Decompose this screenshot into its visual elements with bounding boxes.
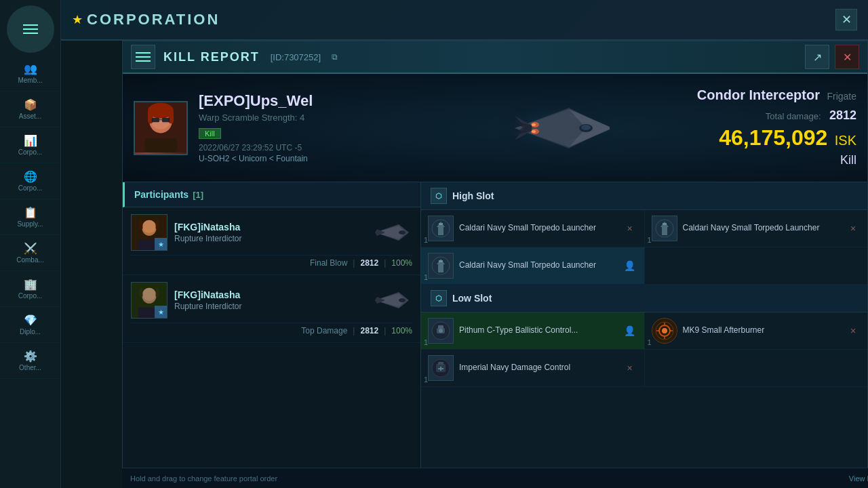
participant-2-ship: Rupture Interdictor: [174, 302, 241, 311]
sidebar-item-other[interactable]: ⚙️ Other...: [0, 343, 60, 379]
participant-2-damage: 2812: [360, 326, 378, 336]
participant-card-2[interactable]: ★ [FKG]iNatasha Rupture Interdictor: [123, 275, 420, 343]
participant-1-info: [FKG]iNatasha Rupture Interdictor: [174, 222, 241, 243]
svg-point-44: [399, 298, 406, 302]
sidebar-item-diplo[interactable]: 💎 Diplo...: [0, 307, 60, 343]
equip-icon-ls2l: [428, 355, 454, 381]
kr-close-button[interactable]: ✕: [835, 45, 859, 69]
svg-rect-56: [438, 325, 443, 329]
equipment-panel: ⬡ High Slot 1 Caldar: [421, 182, 867, 482]
svg-rect-50: [663, 223, 667, 225]
high-slot-row-1: 1 Caldari Navy Small Torpedo Launcher ×: [421, 210, 867, 247]
isk-label: ISK: [835, 133, 856, 148]
equip-icon-hs1l: [428, 216, 454, 241]
pilot-avatar-image: [135, 102, 186, 154]
equip-icon-hs1r: [652, 216, 677, 241]
participant-2-info: [FKG]iNatasha Rupture Interdictor: [174, 289, 241, 311]
svg-rect-53: [439, 260, 443, 262]
total-damage-label: Total damage:: [766, 111, 821, 121]
kr-header-actions: ↗ ✕: [805, 45, 859, 69]
equip-remove-hs1r[interactable]: ×: [846, 221, 861, 236]
equip-remove-hs1l[interactable]: ×: [623, 221, 637, 236]
equip-icon-ls1l: [428, 318, 454, 344]
participant-1-ship-img: [372, 219, 412, 246]
copy-icon[interactable]: ⧉: [332, 52, 338, 62]
svg-rect-6: [152, 117, 159, 122]
sidebar-item-assets[interactable]: 📦 Asset...: [0, 92, 60, 127]
participant-1-star-badge: ★: [155, 238, 167, 250]
sidebar-item-supply[interactable]: 📋 Supply...: [0, 199, 60, 235]
supply-icon: 📋: [24, 206, 37, 219]
svg-rect-9: [144, 138, 177, 152]
assets-icon: 📦: [24, 98, 37, 111]
participant-1-name: [FKG]iNatasha: [174, 222, 241, 232]
sidebar-item-corp-mgmt[interactable]: 🌐 Corpo...: [0, 163, 60, 199]
participant-1-damage: 2812: [360, 258, 378, 268]
sidebar-item-corp2[interactable]: 🏢 Corpo...: [0, 271, 60, 307]
equip-qty-hs1r: 1: [648, 236, 652, 244]
equip-qty-ls2l: 1: [424, 375, 428, 384]
sidebar-item-corp-stats[interactable]: 📊 Corpo...: [0, 127, 60, 163]
svg-point-16: [532, 123, 536, 126]
participant-2-name: [FKG]iNatasha: [174, 289, 241, 300]
ship-class: Condor Interceptor: [697, 87, 820, 102]
sidebar-item-combat[interactable]: ⚔️ Comba...: [0, 235, 60, 271]
kill-tag: Kill: [199, 128, 221, 139]
combat-icon: ⚔️: [24, 242, 37, 255]
participant-1-ship: Rupture Interdictor: [174, 234, 241, 243]
equip-icon-hs2l: [428, 253, 454, 279]
status-left-text: Hold and drag to change feature portal o…: [130, 474, 277, 483]
corp-close-button[interactable]: ✕: [835, 9, 857, 30]
external-link-button[interactable]: ↗: [805, 45, 829, 69]
sidebar-menu-button[interactable]: [7, 5, 54, 53]
low-slot-icon: ⬡: [431, 290, 447, 306]
kr-menu-button[interactable]: [131, 45, 155, 69]
participant-2-stat-label: Top Damage: [301, 326, 347, 336]
pilot-avatar: [134, 101, 188, 155]
equip-qty-ls1l: 1: [424, 338, 428, 346]
participant-1-pct: 100%: [391, 258, 412, 268]
equip-name-hs1r: Caldari Navy Small Torpedo Launcher: [683, 223, 841, 234]
equip-qty-ls1r: 1: [648, 338, 652, 346]
members-icon: 👥: [24, 62, 37, 75]
participant-1-stat-label: Final Blow: [310, 258, 347, 268]
participants-label: Participants: [134, 189, 189, 200]
equip-qty-hs1l: 1: [424, 236, 428, 244]
high-slot-icon: ⬡: [431, 188, 447, 204]
kill-report-id: [ID:7307252]: [271, 52, 321, 62]
svg-rect-30: [156, 220, 159, 229]
equip-person-hs2l[interactable]: 👤: [623, 258, 637, 273]
participant-1-top: ★ [FKG]iNatasha Rupture Interdictor: [131, 214, 412, 251]
equip-remove-ls1r[interactable]: ×: [846, 323, 861, 338]
sidebar-item-members[interactable]: 👥 Memb...: [0, 56, 60, 92]
equip-icon-ls1r: [652, 318, 677, 344]
low-slot-row-2: 1 Imperial Navy Damage Control ×: [421, 350, 867, 387]
view-missions-link[interactable]: View Missions/Market: [849, 474, 868, 483]
low-slot-label: Low Slot: [452, 293, 492, 304]
main-content: ★ CORPORATION ✕ KILL REPORT [ID:7307252]…: [61, 0, 868, 488]
participants-header: Participants [1]: [123, 182, 420, 207]
svg-rect-47: [439, 223, 443, 225]
status-bar: Hold and drag to change feature portal o…: [122, 468, 868, 488]
kill-report-panel: KILL REPORT [ID:7307252] ⧉ ↗ ✕: [122, 41, 868, 481]
low-slot-2-left: 1 Imperial Navy Damage Control ×: [421, 350, 645, 386]
equip-person-ls1l[interactable]: 👤: [623, 323, 637, 338]
svg-point-27: [142, 220, 155, 233]
svg-point-37: [142, 288, 155, 301]
participant-1-avatar: ★: [131, 214, 167, 251]
equip-qty-hs2l: 1: [424, 273, 428, 281]
corp-star-icon: ★: [72, 12, 83, 27]
svg-rect-67: [438, 362, 443, 365]
svg-rect-39: [140, 288, 143, 297]
participant-2-top: ★ [FKG]iNatasha Rupture Interdictor: [131, 282, 412, 319]
kill-stats: Condor Interceptor Frigate Total damage:…: [697, 87, 856, 167]
kr-hamburger-icon: [136, 52, 151, 62]
svg-rect-29: [140, 220, 143, 229]
corp-bar: ★ CORPORATION ✕: [61, 0, 868, 41]
other-icon: ⚙️: [24, 350, 37, 363]
hamburger-icon: [23, 24, 38, 34]
equip-remove-ls2l[interactable]: ×: [623, 361, 637, 375]
diplo-icon: 💎: [24, 314, 37, 327]
participant-card-1[interactable]: ★ [FKG]iNatasha Rupture Interdictor: [123, 207, 420, 275]
ship-type: Frigate: [827, 91, 856, 102]
